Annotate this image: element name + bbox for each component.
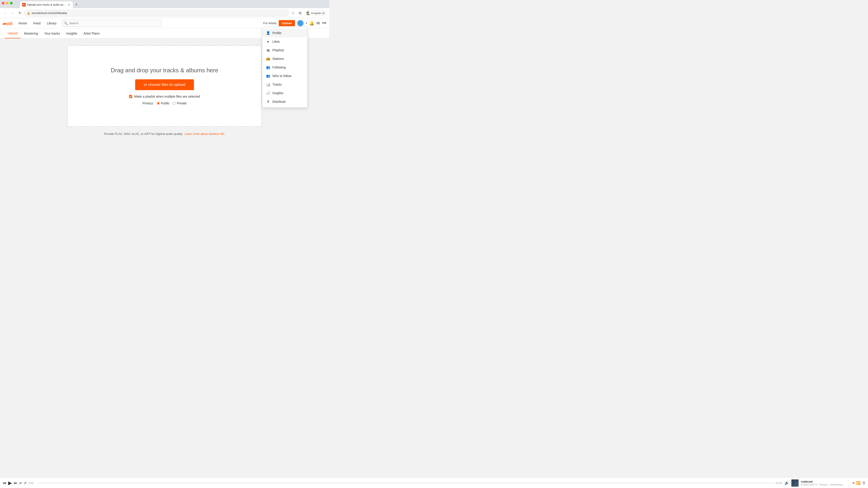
lossless-link[interactable]: Learn more about lossless HD. [185, 132, 225, 135]
dropdown-likes-label: Likes [272, 40, 280, 43]
choose-files-button[interactable]: or choose files to upload [135, 79, 194, 90]
url-text: soundcloud.com/a24beaba [32, 11, 67, 15]
subnav-mastering[interactable]: Mastering [21, 29, 41, 38]
distribute-icon: ⬆ [266, 100, 270, 104]
window-minimize[interactable] [6, 2, 8, 4]
stations-icon: 📻 [266, 57, 270, 61]
active-tab[interactable]: SC Upload your music & audio an... ✕ [20, 1, 73, 8]
sc-logo[interactable] [3, 21, 13, 26]
forward-button[interactable]: › [9, 10, 16, 16]
sc-nav-home[interactable]: Home [16, 18, 30, 29]
dropdown-item-distribute[interactable]: ⬆ Distribute [262, 97, 307, 106]
private-option[interactable]: Private [173, 101, 187, 105]
bookmark-button[interactable]: ☆ [290, 10, 296, 16]
insights-icon: 📈 [266, 91, 270, 95]
window-close[interactable] [2, 2, 4, 4]
following-icon: 👥 [266, 65, 270, 69]
search-icon: 🔍 [64, 22, 68, 25]
upload-drop-zone[interactable]: Drag and drop your tracks & albums here … [67, 45, 262, 127]
dropdown-item-stations[interactable]: 📻 Stations [262, 55, 307, 63]
new-tab-button[interactable]: + [73, 1, 80, 8]
dropdown-item-insights[interactable]: 📈 Insights [262, 89, 307, 97]
public-radio[interactable] [157, 102, 160, 105]
subnav-artist-plans[interactable]: Artist Plans [81, 29, 103, 38]
privacy-row: Privacy: Public Private [143, 101, 187, 105]
dropdown-item-likes[interactable]: ♥ Likes [262, 37, 307, 46]
user-avatar[interactable]: 🌐 [297, 20, 304, 26]
playlist-checkbox[interactable] [129, 95, 132, 98]
sc-nav-right: For Artists Upload 🌐 ▾ 🔔 ✉ ••• [264, 20, 327, 26]
messages-icon[interactable]: ✉ [316, 21, 320, 26]
sc-nav-feed[interactable]: Feed [30, 18, 43, 29]
sc-nav-library[interactable]: Library [43, 18, 60, 29]
browser-toolbar: ‹ › ↻ 🔒 soundcloud.com/a24beaba ☆ ⧉ 🕵 In… [0, 8, 329, 18]
dropdown-tracks-label: Tracks [272, 83, 282, 86]
more-options-icon[interactable]: ••• [322, 21, 327, 26]
dropdown-item-following[interactable]: 👥 Following [262, 63, 307, 72]
sc-app: Home Feed Library 🔍 For Artists Upload 🌐… [0, 18, 329, 142]
dropdown-insights-label: Insights [272, 91, 283, 95]
subnav-upload[interactable]: Upload [4, 29, 21, 38]
notifications-bell-icon[interactable]: 🔔 [309, 21, 314, 26]
dropdown-following-label: Following [272, 66, 286, 69]
subnav-your-tracks[interactable]: Your tracks [41, 29, 63, 38]
back-button[interactable]: ‹ [2, 10, 8, 16]
incognito-badge[interactable]: 🕵 Incognito (2) [304, 11, 327, 15]
tab-bar: SC Upload your music & audio an... ✕ + [0, 0, 329, 8]
dropdown-distribute-label: Distribute [272, 100, 286, 103]
playlists-icon: ▦ [266, 48, 270, 52]
lock-icon: 🔒 [27, 11, 30, 15]
upload-button[interactable]: Upload [279, 20, 295, 26]
tab-close-icon[interactable]: ✕ [67, 3, 70, 6]
tab-view-button[interactable]: ⧉ [297, 10, 303, 16]
tab-favicon: SC [22, 3, 26, 6]
playlist-checkbox-label: Make a playlist when multiple files are … [134, 95, 200, 98]
public-option[interactable]: Public [157, 101, 169, 105]
dropdown-item-tracks[interactable]: 📊 Tracks [262, 80, 307, 89]
browser-chrome: SC Upload your music & audio an... ✕ + ‹… [0, 0, 329, 18]
dropdown-item-playlists[interactable]: ▦ Playlists [262, 46, 307, 55]
user-dropdown-menu: 👤 Profile ♥ Likes ▦ Playlists 📻 Stations… [262, 27, 307, 107]
who-to-follow-icon: 👥 [266, 74, 270, 78]
tab-title: Upload your music & audio an... [27, 3, 66, 6]
window-maximize[interactable] [10, 2, 13, 4]
footer-text: Provide FLAC, WAV, ALAC, or AIFF for hig… [104, 132, 183, 135]
upload-footer: Provide FLAC, WAV, ALAC, or AIFF for hig… [104, 132, 225, 135]
avatar-dropdown-arrow[interactable]: ▾ [306, 22, 307, 24]
sc-search-bar[interactable]: 🔍 [62, 20, 161, 27]
search-input[interactable] [69, 22, 159, 25]
private-radio[interactable] [173, 102, 176, 105]
profile-icon: 👤 [266, 31, 270, 35]
address-bar[interactable]: 🔒 soundcloud.com/a24beaba [24, 10, 289, 17]
dropdown-item-profile[interactable]: 👤 Profile [262, 29, 307, 37]
dropdown-stations-label: Stations [272, 57, 284, 61]
incognito-label: Incognito (2) [311, 12, 325, 14]
incognito-icon: 🕵 [306, 11, 310, 15]
tracks-icon: 📊 [266, 83, 270, 87]
privacy-label: Privacy: [143, 101, 154, 105]
reload-button[interactable]: ↻ [17, 10, 23, 16]
dropdown-profile-label: Profile [272, 31, 281, 35]
likes-icon: ♥ [266, 39, 270, 43]
for-artists-link[interactable]: For Artists [264, 22, 277, 25]
dropdown-who-to-follow-label: Who to follow [272, 74, 291, 78]
dropdown-playlists-label: Playlists [272, 48, 284, 52]
upload-title: Drag and drop your tracks & albums here [111, 67, 218, 74]
playlist-checkbox-row: Make a playlist when multiple files are … [129, 95, 200, 98]
subnav-insights[interactable]: Insights [63, 29, 80, 38]
dropdown-item-who-to-follow[interactable]: 👥 Who to follow [262, 72, 307, 80]
